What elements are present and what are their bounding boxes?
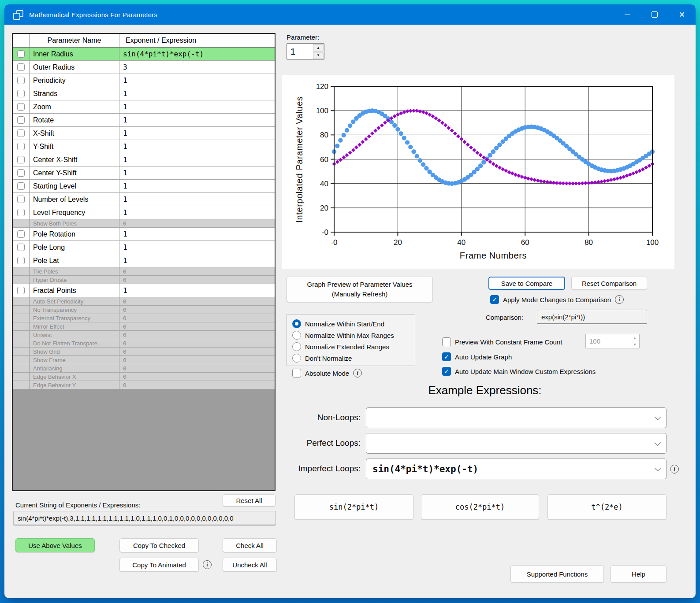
row-checkbox[interactable] xyxy=(17,90,25,97)
row-checkbox[interactable] xyxy=(17,257,25,264)
example-sin-button[interactable]: sin(2*pi*t) xyxy=(294,494,413,520)
comparison-field[interactable]: exp(sin(2*pi*t)) xyxy=(537,310,647,324)
table-row[interactable]: Antialiasing0 xyxy=(13,364,275,373)
table-row[interactable]: Center Y-Shift1 xyxy=(13,166,275,180)
graph-preview-button[interactable]: Graph Preview of Parameter Values (Manua… xyxy=(287,277,433,302)
parameter-name-cell[interactable]: Zoom xyxy=(30,100,119,113)
row-checkbox[interactable] xyxy=(17,244,25,251)
table-row[interactable]: Center X-Shift1 xyxy=(13,153,275,166)
uncheck-all-button[interactable]: Uncheck All xyxy=(223,558,277,572)
copy-to-animated-button[interactable]: Copy To Animated xyxy=(119,558,199,572)
frame-count-down-button[interactable]: ▼ xyxy=(631,341,639,348)
frame-count-spinner[interactable]: 100 ▲ ▼ xyxy=(585,334,640,348)
table-row[interactable]: External Transparency0 xyxy=(13,314,275,322)
radio-option-2[interactable]: Normalize Extended Ranges xyxy=(292,341,415,352)
radio-option-3[interactable]: Don't Normalize xyxy=(292,352,415,364)
row-checkbox[interactable] xyxy=(17,103,25,111)
parameter-name-cell[interactable]: Tile Poles xyxy=(30,267,119,275)
expression-value-cell[interactable]: 0 xyxy=(119,373,275,381)
table-row[interactable]: Edge Behavior Y0 xyxy=(13,381,275,389)
table-row[interactable]: Show Both Poles0 xyxy=(13,219,275,228)
radio-icon[interactable] xyxy=(292,319,301,328)
app-icon[interactable] xyxy=(13,10,24,19)
radio-icon[interactable] xyxy=(292,331,301,340)
expression-value-cell[interactable]: 0 xyxy=(119,331,275,339)
non-loops-dropdown[interactable] xyxy=(366,407,666,428)
table-row[interactable]: Tile Poles0 xyxy=(13,267,275,276)
reset-comparison-button[interactable]: Reset Comparison xyxy=(571,277,647,290)
parameter-spinner[interactable]: 1 ▲ ▼ xyxy=(287,43,324,60)
expression-value-cell[interactable]: 1 xyxy=(119,127,275,140)
parameter-name-cell[interactable]: Show Grid xyxy=(30,348,119,355)
perfect-loops-dropdown[interactable] xyxy=(366,433,666,454)
table-row[interactable]: Do Not Flatten Transpare...0 xyxy=(13,339,275,348)
expression-value-cell[interactable]: 0 xyxy=(119,339,275,347)
row-checkbox[interactable] xyxy=(17,77,25,84)
radio-icon[interactable] xyxy=(292,354,301,363)
parameter-name-cell[interactable]: Pole Rotation xyxy=(30,228,119,240)
parameter-name-cell[interactable]: Auto-Set Periodicity xyxy=(30,297,119,305)
expression-value-cell[interactable]: 0 xyxy=(119,348,275,355)
row-checkbox[interactable] xyxy=(17,196,25,203)
expression-value-cell[interactable]: 1 xyxy=(119,87,275,100)
parameter-name-cell[interactable]: Mirror Effect xyxy=(30,322,119,330)
row-checkbox[interactable] xyxy=(17,50,25,58)
auto-update-graph-checkbox[interactable] xyxy=(442,352,451,361)
expression-value-cell[interactable]: 1 xyxy=(119,166,275,179)
parameter-name-cell[interactable]: Fractal Points xyxy=(30,284,119,297)
expression-value-cell[interactable]: 1 xyxy=(119,206,275,219)
expression-value-cell[interactable]: 1 xyxy=(119,153,275,166)
table-row[interactable]: No Transparency0 xyxy=(13,306,275,314)
parameter-name-cell[interactable]: External Transparency xyxy=(30,314,119,322)
frame-count-up-button[interactable]: ▲ xyxy=(631,335,639,341)
row-checkbox[interactable] xyxy=(17,230,25,238)
parameter-name-cell[interactable]: Level Frequency xyxy=(30,206,119,219)
apply-mode-changes-checkbox[interactable] xyxy=(490,295,499,304)
parameter-name-cell[interactable]: No Transparency xyxy=(30,306,119,314)
table-row[interactable]: Starting Level1 xyxy=(13,180,275,193)
parameter-name-cell[interactable]: Show Frame xyxy=(30,356,119,364)
parameter-name-cell[interactable]: Hyper Droste xyxy=(30,276,119,284)
maximize-button[interactable] xyxy=(641,4,668,25)
expression-value-cell[interactable]: 1 xyxy=(119,193,275,206)
save-to-compare-button[interactable]: Save to Compare xyxy=(488,277,565,290)
table-row[interactable]: Show Grid0 xyxy=(13,348,275,356)
imperfect-loops-dropdown[interactable]: sin(4*pi*t)*exp(-t) xyxy=(366,459,666,479)
table-row[interactable]: Inner Radiussin(4*pi*t)*exp(-t) xyxy=(13,48,275,61)
parameter-name-cell[interactable]: Edge Behavior X xyxy=(30,373,119,381)
expression-value-cell[interactable]: 3 xyxy=(119,61,275,74)
copy-to-checked-button[interactable]: Copy To Checked xyxy=(119,538,199,552)
parameter-name-cell[interactable]: Periodicity xyxy=(30,74,119,87)
close-button[interactable]: × xyxy=(668,4,696,25)
absolute-mode-info-icon[interactable]: i xyxy=(353,369,362,377)
help-button[interactable]: Help xyxy=(611,565,666,583)
table-row[interactable]: Pole Long1 xyxy=(13,241,275,254)
parameter-name-cell[interactable]: Strands xyxy=(30,87,119,100)
table-row[interactable]: Level Frequency1 xyxy=(13,206,275,219)
parameter-name-cell[interactable]: Antialiasing xyxy=(30,364,119,372)
expression-value-cell[interactable]: 1 xyxy=(119,180,275,192)
table-row[interactable]: Pole Lat1 xyxy=(13,254,275,267)
parameter-name-cell[interactable]: Pole Lat xyxy=(30,254,119,267)
expression-value-cell[interactable]: 1 xyxy=(119,284,275,297)
parameter-name-cell[interactable]: Number of Levels xyxy=(30,193,119,206)
reset-all-button[interactable]: Reset All xyxy=(223,494,276,507)
parameter-spin-up-button[interactable]: ▲ xyxy=(313,44,324,52)
parameter-name-cell[interactable]: X-Shift xyxy=(30,127,119,140)
expression-value-cell[interactable]: 1 xyxy=(119,228,275,240)
supported-functions-button[interactable]: Supported Functions xyxy=(510,565,604,583)
expression-value-cell[interactable]: 0 xyxy=(119,381,275,389)
expression-value-cell[interactable]: 1 xyxy=(119,254,275,267)
imperfect-loops-info-icon[interactable]: i xyxy=(670,465,679,474)
parameter-name-cell[interactable]: Y-Shift xyxy=(30,140,119,153)
table-row[interactable]: Periodicity1 xyxy=(13,74,275,87)
parameter-name-cell[interactable]: Do Not Flatten Transpare... xyxy=(30,339,119,347)
table-row[interactable]: Number of Levels1 xyxy=(13,193,275,206)
expression-value-cell[interactable]: 0 xyxy=(119,267,275,275)
parameter-name-cell[interactable]: Rotate xyxy=(30,114,119,126)
auto-update-main-checkbox[interactable] xyxy=(442,367,451,376)
example-power-button[interactable]: t^(2*e) xyxy=(547,494,666,520)
expression-value-cell[interactable]: 1 xyxy=(119,74,275,87)
row-checkbox[interactable] xyxy=(17,209,25,216)
table-row[interactable]: Mirror Effect0 xyxy=(13,322,275,331)
